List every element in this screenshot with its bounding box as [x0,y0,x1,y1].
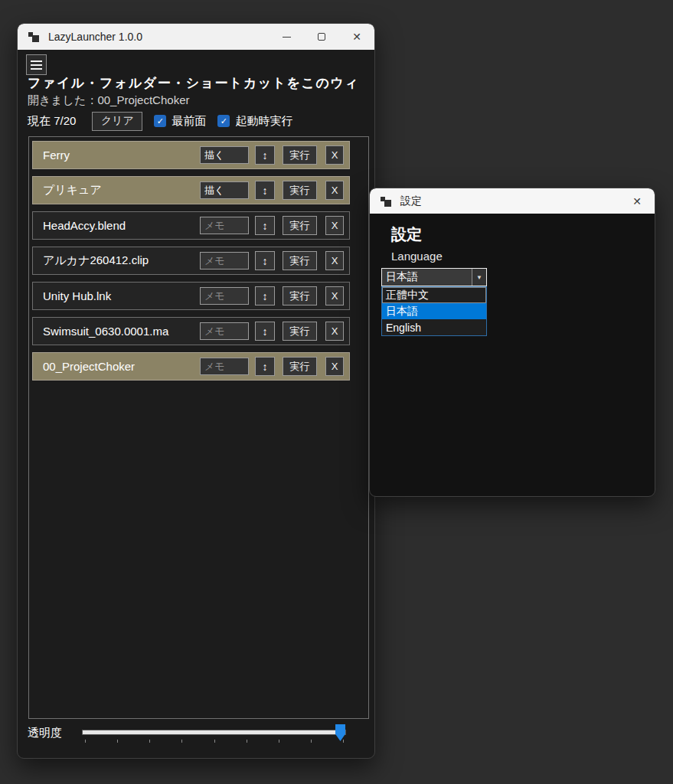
item-name: プリキュア [43,183,200,198]
slider-track[interactable] [82,730,346,735]
memo-input[interactable] [200,252,249,270]
close-button[interactable]: ✕ [339,24,374,50]
slider-tick [279,740,279,743]
run-at-startup-checkbox[interactable]: ✓ [217,115,230,127]
remove-button[interactable]: X [325,181,344,200]
language-option-english[interactable]: English [382,319,486,335]
slider-tick [85,740,86,743]
settings-close-button[interactable]: ✕ [619,188,655,214]
app-icon [381,195,393,207]
run-button[interactable]: 実行 [283,286,317,305]
item-name: 00_ProjectChoker [43,360,200,373]
item-name: Swimsuit_0630.0001.ma [43,325,200,338]
run-button[interactable]: 実行 [283,145,317,165]
close-icon: ✕ [352,31,361,43]
close-icon: ✕ [632,195,642,207]
app-icon [28,31,41,43]
settings-titlebar[interactable]: 設定 ✕ [370,188,655,214]
window-title: LazyLauncher 1.0.0 [48,31,142,43]
hamburger-icon [31,60,42,70]
run-button[interactable]: 実行 [283,322,317,341]
slider-tick [149,740,150,743]
language-option-japanese[interactable]: 日本語 [382,303,486,319]
slider-tick [117,740,118,743]
remove-button[interactable]: X [325,145,344,165]
settings-heading: 設定 [391,224,422,245]
remove-button[interactable]: X [325,216,344,235]
reorder-button[interactable]: ↕ [255,145,275,165]
memo-input[interactable] [200,358,249,375]
settings-window: 設定 ✕ 設定 Language 日本語 ▼ 正體中文 日本語 English [369,188,655,497]
run-button[interactable]: 実行 [283,216,317,235]
checkmark-icon: ✓ [157,117,164,126]
remove-button[interactable]: X [325,286,344,305]
item-name: Unity Hub.lnk [43,289,200,302]
run-button[interactable]: 実行 [283,181,317,200]
memo-input[interactable] [200,322,249,340]
checkmark-icon: ✓ [221,117,227,126]
main-window: LazyLauncher 1.0.0 ✕ ファイル・フォルダー・ショートカットを… [17,23,375,759]
list-item[interactable]: プリキュア ↕ 実行 X [32,176,350,204]
memo-input[interactable] [200,287,249,305]
language-option-traditional-chinese[interactable]: 正體中文 [382,287,486,303]
maximize-button[interactable] [304,24,339,50]
slider-tick [343,740,344,743]
run-at-startup-checkbox-group: ✓ 起動時実行 [217,114,292,129]
item-count-text: 現在 7/20 [28,114,76,129]
run-button[interactable]: 実行 [283,251,317,270]
reorder-button[interactable]: ↕ [255,322,275,341]
slider-tick [181,740,182,743]
language-dropdown-list: 正體中文 日本語 English [381,286,487,336]
run-button[interactable]: 実行 [283,357,317,376]
list-item[interactable]: 00_ProjectChoker ↕ 実行 X [32,352,350,381]
clear-button[interactable]: クリア [92,112,142,131]
opacity-label: 透明度 [28,726,62,740]
chevron-down-icon: ▼ [476,274,482,281]
maximize-icon [318,33,325,41]
caption-buttons: ✕ [269,24,374,50]
language-label: Language [391,250,443,263]
reorder-button[interactable]: ↕ [255,357,275,376]
remove-button[interactable]: X [325,357,344,376]
minimize-button[interactable] [269,24,304,50]
reorder-button[interactable]: ↕ [255,216,275,235]
memo-input[interactable] [200,181,249,199]
remove-button[interactable]: X [325,322,344,341]
topmost-checkbox-label[interactable]: 最前面 [172,114,206,129]
language-combobox[interactable]: 日本語 ▼ [381,268,487,286]
launcher-item-list: Ferry ↕ 実行 X プリキュア ↕ 実行 X HeadAccy.blend… [28,136,369,719]
memo-input[interactable] [200,217,249,234]
topmost-checkbox-group: ✓ 最前面 [154,114,206,129]
caption-buttons: ✕ [619,188,655,214]
list-item[interactable]: Unity Hub.lnk ↕ 実行 X [32,282,350,310]
slider-thumb[interactable] [335,724,345,741]
item-name: HeadAccy.blend [43,219,200,232]
reorder-button[interactable]: ↕ [255,181,275,200]
slider-ticks [85,740,344,744]
item-name: Ferry [43,149,200,162]
slider-tick [247,740,247,743]
opacity-slider[interactable] [82,722,346,750]
menu-button[interactable] [26,54,47,75]
memo-input[interactable] [200,146,249,164]
list-item[interactable]: アルカナ260412.clip ↕ 実行 X [32,247,350,275]
toolbar-row: 現在 7/20 クリア ✓ 最前面 ✓ 起動時実行 [28,111,292,131]
reorder-button[interactable]: ↕ [255,251,275,270]
slider-tick [214,740,215,743]
topmost-checkbox[interactable]: ✓ [154,115,166,127]
last-opened-text: 開きました：00_ProjectChoker [28,93,189,108]
remove-button[interactable]: X [325,251,344,270]
list-item[interactable]: HeadAccy.blend ↕ 実行 X [32,211,350,240]
run-at-startup-checkbox-label[interactable]: 起動時実行 [235,114,292,129]
page-title: ファイル・フォルダー・ショートカットをこのウィ [28,74,369,92]
item-name: アルカナ260412.clip [43,253,200,268]
settings-window-title: 設定 [400,194,422,208]
main-titlebar[interactable]: LazyLauncher 1.0.0 ✕ [18,24,374,50]
combobox-selected-value: 日本語 [382,269,472,286]
combobox-dropdown-button[interactable]: ▼ [472,269,486,286]
minimize-icon [283,37,291,38]
slider-tick [311,740,312,743]
list-item[interactable]: Swimsuit_0630.0001.ma ↕ 実行 X [32,317,350,345]
list-item[interactable]: Ferry ↕ 実行 X [32,141,350,169]
reorder-button[interactable]: ↕ [255,286,275,305]
